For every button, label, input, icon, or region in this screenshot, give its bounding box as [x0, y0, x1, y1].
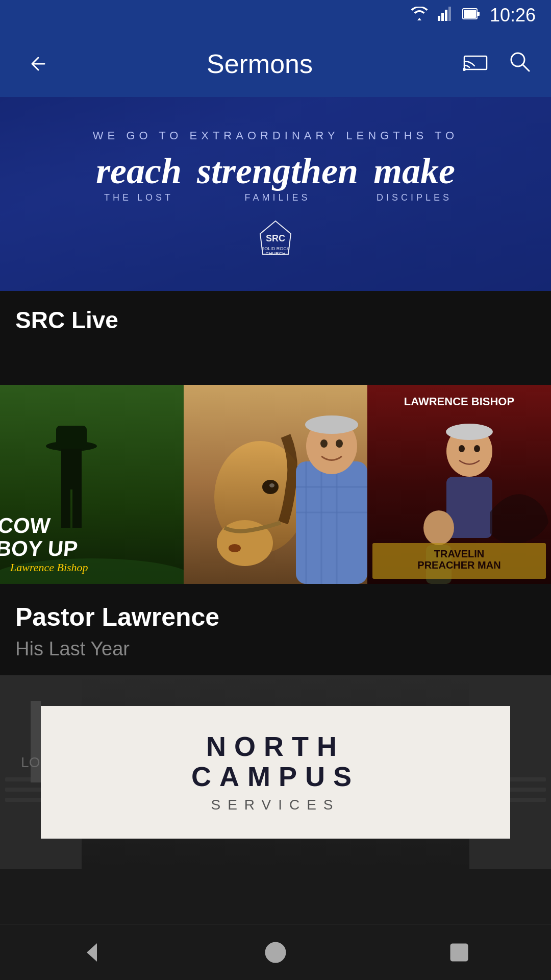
status-icons: 10:26: [410, 5, 536, 26]
lb-cover-bg: LAWRENCE BISHOP TRAVELIN: [367, 385, 551, 584]
battery-icon: [462, 7, 481, 24]
recents-nav-button[interactable]: [429, 932, 490, 973]
svg-text:BOY UP: BOY UP: [0, 536, 79, 560]
svg-text:SRC: SRC: [266, 233, 285, 243]
cast-button[interactable]: [463, 51, 488, 77]
hero-word-strengthen: strengthen FAMILIES: [197, 153, 358, 203]
svg-rect-2: [445, 10, 447, 21]
hero-subtitle: WE GO TO EXTRAORDINARY LENGTHS TO: [93, 129, 458, 142]
svg-point-28: [229, 544, 241, 552]
svg-point-8: [463, 68, 466, 71]
pastor-info-section: Pastor Lawrence His Last Year: [0, 584, 551, 675]
svg-rect-1: [441, 13, 444, 21]
svg-rect-19: [61, 449, 82, 489]
src-logo: SRC SOLID ROCK CHURCH: [255, 218, 296, 259]
svg-point-38: [305, 415, 358, 434]
sermon-cover-horse[interactable]: [184, 385, 367, 584]
svg-rect-18: [56, 426, 87, 449]
nav-spacer: [0, 869, 551, 925]
svg-text:TRAVELIN: TRAVELIN: [434, 548, 485, 559]
north-campus-card: NORTH CAMPUS SERVICES: [41, 706, 510, 839]
svg-point-46: [474, 445, 480, 452]
svg-point-45: [459, 445, 465, 452]
svg-point-64: [266, 943, 285, 962]
src-live-empty-space: [0, 344, 551, 385]
svg-text:PREACHER MAN: PREACHER MAN: [417, 559, 500, 571]
hero-overlay: WE GO TO EXTRAORDINARY LENGTHS TO reach …: [0, 97, 551, 291]
hero-banner: WE GO TO EXTRAORDINARY LENGTHS TO reach …: [0, 97, 551, 291]
sermon-covers-row: COW BOY UP Lawrence Bishop: [0, 385, 551, 584]
svg-text:Lawrence Bishop: Lawrence Bishop: [10, 561, 88, 574]
svg-rect-0: [438, 16, 440, 21]
hero-make-sub: DISCIPLES: [377, 192, 452, 203]
hero-reach-sub: THE LOST: [104, 192, 173, 203]
svg-rect-57: [31, 701, 41, 782]
sermon-cover-lb[interactable]: LAWRENCE BISHOP TRAVELIN: [367, 385, 551, 584]
svg-text:CHURCH: CHURCH: [266, 251, 286, 256]
svg-point-39: [320, 439, 328, 448]
status-bar: 10:26: [0, 0, 551, 31]
svg-text:COW: COW: [0, 513, 52, 537]
svg-text:SOLID ROCK: SOLID ROCK: [261, 246, 290, 251]
svg-line-10: [522, 64, 529, 71]
nav-bar: [0, 924, 551, 980]
page-title: Sermons: [71, 48, 448, 79]
hero-strengthen-main: strengthen: [197, 153, 358, 189]
hero-word-reach: reach THE LOST: [96, 153, 182, 203]
svg-point-48: [423, 510, 454, 545]
north-campus-section[interactable]: LORD NORTH CAMPUS SERVICES: [0, 675, 551, 869]
horse-photo-bg: [184, 385, 367, 584]
svg-rect-5: [477, 12, 480, 16]
north-campus-subtitle: SERVICES: [211, 797, 340, 813]
pastor-name: Pastor Lawrence: [15, 602, 536, 632]
svg-rect-20: [61, 487, 70, 528]
search-button[interactable]: [508, 50, 531, 78]
svg-marker-63: [87, 943, 97, 962]
hero-make-main: make: [373, 153, 455, 189]
hero-word-make: make DISCIPLES: [373, 153, 455, 203]
svg-point-44: [446, 424, 493, 440]
cowboy-cover-art: COW BOY UP Lawrence Bishop: [0, 385, 184, 584]
back-button[interactable]: [20, 54, 56, 74]
svg-rect-3: [448, 7, 451, 21]
hero-strengthen-sub: FAMILIES: [244, 192, 310, 203]
back-nav-button[interactable]: [61, 932, 122, 973]
src-live-header: SRC Live: [0, 291, 551, 344]
src-live-title: SRC Live: [15, 306, 536, 334]
north-campus-title: NORTH CAMPUS: [191, 731, 360, 792]
svg-point-40: [336, 439, 343, 448]
signal-icon: [438, 7, 453, 24]
sermon-cover-cowboy[interactable]: COW BOY UP Lawrence Bishop: [0, 385, 184, 584]
svg-point-30: [269, 483, 274, 487]
svg-rect-21: [72, 487, 82, 528]
status-time: 10:26: [490, 5, 536, 26]
pastor-description: His Last Year: [15, 638, 536, 660]
home-nav-button[interactable]: [245, 932, 306, 973]
app-bar: Sermons: [0, 31, 551, 97]
hero-reach-main: reach: [96, 153, 182, 189]
hero-words: reach THE LOST strengthen FAMILIES make …: [96, 153, 455, 203]
wifi-icon: [410, 7, 429, 24]
cowboy-cover-bg: COW BOY UP Lawrence Bishop: [0, 385, 184, 584]
svg-rect-65: [451, 944, 467, 961]
app-bar-actions: [463, 50, 531, 78]
svg-rect-7: [464, 56, 487, 69]
svg-text:LAWRENCE BISHOP: LAWRENCE BISHOP: [404, 395, 514, 408]
svg-rect-6: [464, 10, 476, 18]
